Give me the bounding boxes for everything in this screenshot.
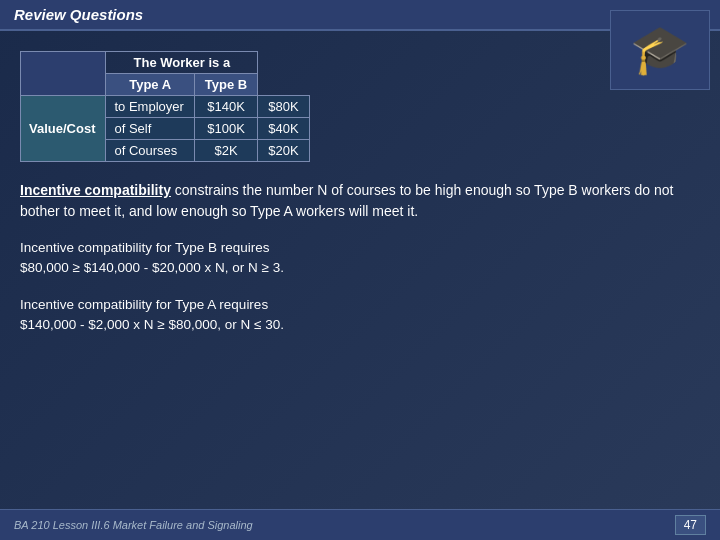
footer-label: BA 210 Lesson III.6 Market Failure and S… xyxy=(14,519,253,531)
data-table: The Worker is a Type A Type B Value/Cost… xyxy=(20,51,310,162)
main-content: The Worker is a Type A Type B Value/Cost… xyxy=(0,31,720,366)
cell-col1-row-0: $140K xyxy=(194,96,257,118)
page-number: 47 xyxy=(675,515,706,535)
type-b-paragraph: Incentive compatibility for Type B requi… xyxy=(20,238,700,279)
type-b-body: $80,000 ≥ $140,000 - $20,000 x N, or N ≥… xyxy=(20,260,284,275)
incentive-compatibility-label: Incentive compatibility xyxy=(20,182,171,198)
col-header-type-a: Type A xyxy=(106,74,194,96)
cell-col2-row-2: $20K xyxy=(258,140,309,162)
cell-col1-row-2: $2K xyxy=(194,140,257,162)
table-wrapper: The Worker is a Type A Type B Value/Cost… xyxy=(20,51,700,162)
row-sublabel-2: of Courses xyxy=(106,140,194,162)
row-sublabel-1: of Self xyxy=(106,118,194,140)
cell-col2-row-0: $80K xyxy=(258,96,309,118)
cell-col1-row-1: $100K xyxy=(194,118,257,140)
main-paragraph: Incentive compatibility constrains the n… xyxy=(20,180,700,222)
type-a-body: $140,000 - $2,000 x N ≥ $80,000, or N ≤ … xyxy=(20,317,284,332)
col-header-type-b: Type B xyxy=(194,74,257,96)
row-sublabel-0: to Employer xyxy=(106,96,194,118)
type-a-paragraph: Incentive compatibility for Type A requi… xyxy=(20,295,700,336)
type-a-title: Incentive compatibility for Type A requi… xyxy=(20,297,268,312)
type-b-title: Incentive compatibility for Type B requi… xyxy=(20,240,270,255)
header-title: Review Questions xyxy=(14,6,143,23)
row-label-value-cost: Value/Cost xyxy=(21,96,106,162)
table-top-header: The Worker is a xyxy=(106,52,258,74)
cell-col2-row-1: $40K xyxy=(258,118,309,140)
slide-container: Review Questions 🎓 The Worker is a Type … xyxy=(0,0,720,540)
footer: BA 210 Lesson III.6 Market Failure and S… xyxy=(0,509,720,540)
